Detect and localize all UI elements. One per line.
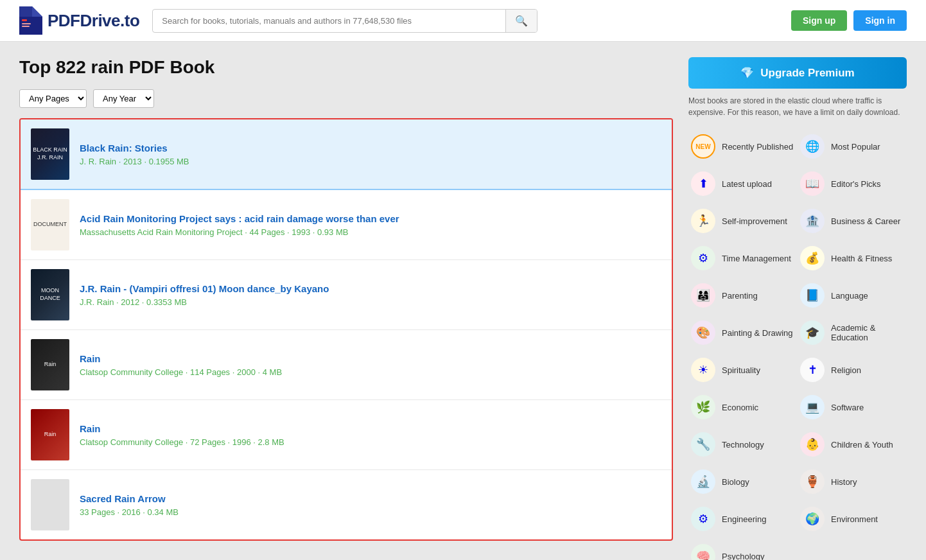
category-icon: NEW bbox=[691, 134, 715, 159]
signup-button[interactable]: Sign up bbox=[791, 10, 847, 31]
category-item[interactable]: ⚙ Time Management bbox=[688, 241, 798, 275]
category-label: Painting & Drawing bbox=[722, 328, 793, 338]
category-icon: 👶 bbox=[800, 432, 825, 457]
category-label: Economic bbox=[722, 403, 758, 412]
search-button[interactable]: 🔍 bbox=[505, 10, 537, 32]
svg-marker-1 bbox=[19, 6, 32, 17]
category-label: Self-improvement bbox=[722, 216, 787, 226]
category-item[interactable]: 🎓 Academic & Education bbox=[798, 316, 907, 349]
category-label: Software bbox=[831, 403, 864, 412]
category-item[interactable]: 🔬 Biology bbox=[688, 465, 798, 498]
svg-rect-3 bbox=[22, 19, 27, 21]
category-item[interactable]: ✝ Religion bbox=[798, 353, 907, 387]
book-item[interactable]: BLACK RAIN J.R. RAIN Black Rain: Stories… bbox=[21, 119, 672, 190]
category-icon: 🌐 bbox=[800, 134, 825, 159]
category-item[interactable]: ⚙ Engineering bbox=[688, 502, 798, 536]
category-icon: 🎓 bbox=[800, 320, 825, 345]
book-item[interactable]: Rain Rain Clatsop Community College · 11… bbox=[21, 330, 672, 400]
category-icon: 🧠 bbox=[691, 544, 715, 560]
diamond-icon: 💎 bbox=[740, 66, 754, 80]
category-icon: 🎨 bbox=[691, 320, 715, 345]
category-item[interactable]: 🏺 History bbox=[798, 465, 907, 498]
book-meta: Massachusetts Acid Rain Monitoring Proje… bbox=[80, 227, 661, 237]
book-item[interactable]: DOCUMENT Acid Rain Monitoring Project sa… bbox=[21, 190, 672, 260]
svg-marker-2 bbox=[32, 6, 42, 17]
book-info: Black Rain: Stories J. R. Rain · 2013 · … bbox=[80, 143, 661, 166]
category-label: Language bbox=[831, 291, 868, 301]
book-info: Rain Clatsop Community College · 114 Pag… bbox=[80, 353, 661, 377]
book-title: Black Rain: Stories bbox=[80, 143, 661, 153]
svg-rect-4 bbox=[22, 23, 31, 24]
signin-button[interactable]: Sign in bbox=[853, 10, 907, 31]
category-icon: 🌿 bbox=[691, 395, 715, 419]
category-item[interactable]: 🎨 Painting & Drawing bbox=[688, 316, 798, 349]
category-item[interactable]: 👶 Children & Youth bbox=[798, 428, 907, 461]
search-box: 🔍 bbox=[152, 9, 537, 33]
book-meta: Clatsop Community College · 114 Pages · … bbox=[80, 367, 661, 377]
category-label: Health & Fitness bbox=[831, 254, 892, 263]
header: PDFDrive.to 🔍 Sign up Sign in bbox=[0, 0, 926, 42]
book-cover: Rain bbox=[31, 409, 69, 460]
search-input[interactable] bbox=[153, 11, 505, 31]
book-item[interactable]: Sacred Rain Arrow 33 Pages · 2016 · 0.34… bbox=[21, 470, 672, 539]
book-info: Sacred Rain Arrow 33 Pages · 2016 · 0.34… bbox=[80, 493, 661, 517]
filters: Any Pages Any Year bbox=[19, 89, 673, 108]
book-cover: Rain bbox=[31, 339, 69, 390]
category-icon: ☀ bbox=[691, 358, 715, 382]
category-icon: 💻 bbox=[800, 395, 825, 419]
category-icon: 🌍 bbox=[800, 507, 825, 531]
category-item[interactable]: 🌍 Environment bbox=[798, 502, 907, 536]
logo-text: PDFDrive.to bbox=[48, 11, 139, 31]
category-icon: ✝ bbox=[800, 358, 825, 382]
logo[interactable]: PDFDrive.to bbox=[19, 6, 139, 35]
category-label: Time Management bbox=[722, 254, 791, 263]
category-item[interactable]: 💻 Software bbox=[798, 390, 907, 424]
category-item[interactable]: 🏦 Business & Career bbox=[798, 204, 907, 238]
book-title: Sacred Rain Arrow bbox=[80, 493, 661, 504]
category-item[interactable]: NEW Recently Published bbox=[688, 130, 798, 163]
category-item[interactable]: 📘 Language bbox=[798, 279, 907, 312]
category-item[interactable]: 🌐 Most Popular bbox=[798, 130, 907, 163]
category-label: Editor's Picks bbox=[831, 179, 881, 189]
category-item[interactable]: 👨‍👩‍👧 Parenting bbox=[688, 279, 798, 312]
category-item[interactable]: 🧠 Psychology bbox=[688, 539, 798, 560]
upgrade-button[interactable]: 💎 Upgrade Premium bbox=[688, 57, 907, 89]
pages-filter[interactable]: Any Pages bbox=[19, 89, 87, 108]
page-title: Top 822 rain PDF Book bbox=[19, 57, 673, 78]
book-title: Acid Rain Monitoring Project says : acid… bbox=[80, 213, 661, 224]
book-item[interactable]: MOON DANCE J.R. Rain - (Vampiri offresi … bbox=[21, 260, 672, 330]
category-label: Business & Career bbox=[831, 216, 900, 226]
category-label: Parenting bbox=[722, 291, 758, 301]
category-item[interactable]: 🔧 Technology bbox=[688, 428, 798, 461]
category-item[interactable]: 🏃 Self-improvement bbox=[688, 204, 798, 238]
category-label: Religion bbox=[831, 365, 861, 375]
book-info: Acid Rain Monitoring Project says : acid… bbox=[80, 213, 661, 237]
category-label: Latest upload bbox=[722, 179, 772, 189]
header-actions: Sign up Sign in bbox=[791, 10, 907, 31]
category-label: Academic & Education bbox=[831, 323, 904, 342]
book-item[interactable]: Rain Rain Clatsop Community College · 72… bbox=[21, 400, 672, 470]
category-label: Biology bbox=[722, 477, 749, 487]
category-icon: 📘 bbox=[800, 283, 825, 308]
upgrade-note: Most books are stored in the elastic clo… bbox=[688, 95, 907, 118]
category-label: Environment bbox=[831, 514, 878, 524]
category-item[interactable]: 📖 Editor's Picks bbox=[798, 167, 907, 200]
category-item[interactable]: 💰 Health & Fitness bbox=[798, 241, 907, 275]
year-filter[interactable]: Any Year bbox=[93, 89, 154, 108]
category-icon: 📖 bbox=[800, 171, 825, 196]
book-title: J.R. Rain - (Vampiri offresi 01) Moon da… bbox=[80, 283, 661, 294]
category-icon: 🏃 bbox=[691, 209, 715, 233]
category-icon: 💰 bbox=[800, 246, 825, 270]
main-content: Top 822 rain PDF Book Any Pages Any Year… bbox=[0, 42, 926, 560]
category-icon: 👨‍👩‍👧 bbox=[691, 283, 715, 308]
book-meta: 33 Pages · 2016 · 0.34 MB bbox=[80, 507, 661, 517]
book-cover: BLACK RAIN J.R. RAIN bbox=[31, 128, 69, 180]
category-label: Most Popular bbox=[831, 142, 880, 152]
book-meta: J.R. Rain · 2012 · 0.3353 MB bbox=[80, 297, 661, 307]
right-panel: 💎 Upgrade Premium Most books are stored … bbox=[688, 57, 907, 560]
category-label: Children & Youth bbox=[831, 440, 893, 450]
category-item[interactable]: 🌿 Economic bbox=[688, 390, 798, 424]
category-item[interactable]: ☀ Spirituality bbox=[688, 353, 798, 387]
categories-grid: NEW Recently Published 🌐 Most Popular ⬆ … bbox=[688, 130, 907, 560]
category-item[interactable]: ⬆ Latest upload bbox=[688, 167, 798, 200]
